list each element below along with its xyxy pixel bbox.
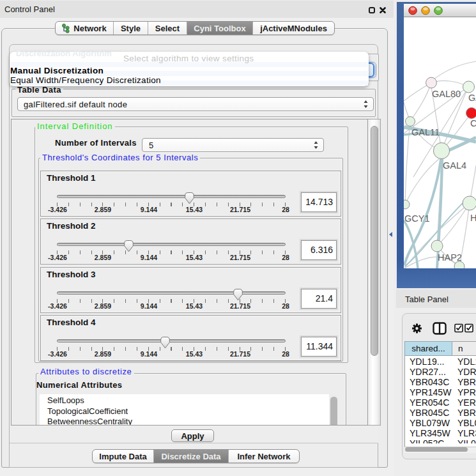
svg-text:HAP2: HAP2 (438, 252, 462, 263)
svg-text:GCY1: GCY1 (404, 213, 430, 224)
svg-text:GAL80: GAL80 (432, 89, 461, 99)
svg-text:C1: C1 (470, 118, 476, 128)
svg-text:GA: GA (468, 93, 476, 103)
svg-text:GAL11: GAL11 (411, 127, 440, 137)
svg-text:GAL4: GAL4 (443, 160, 466, 171)
svg-text:HA: HA (470, 213, 476, 223)
